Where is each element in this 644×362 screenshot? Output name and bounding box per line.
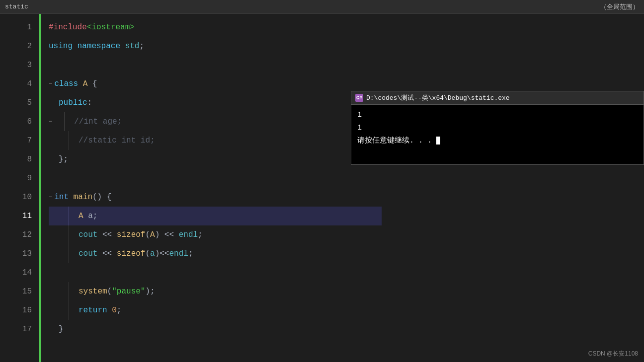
code-line-12: cout << sizeof(A) << endl; [49,225,644,244]
code-line-15: system("pause"); [49,282,644,301]
code-line-2: using namespace std; [49,37,644,56]
fold-icon-10[interactable]: − [49,188,52,207]
line-num-3: 3 [0,56,39,74]
code-line-11: A a; [49,207,382,225]
code-token: ( [145,244,150,263]
code-token: ; [117,301,122,320]
line-num-9: 9 [0,169,39,188]
terminal-content: 1 1 请按任意键继续. . . [351,105,644,164]
code-token: ( [107,282,112,301]
code-token: a [150,244,155,263]
code-line-3 [49,56,644,74]
code-token: std [125,37,140,56]
line-num-16: 16 [0,301,39,320]
code-token: { [92,74,97,93]
code-token: << [102,225,117,244]
line-num-13: 13 [0,244,39,263]
code-token: cout [79,225,102,244]
code-token: () { [92,188,111,207]
code-token: ; [139,37,144,56]
code-token: sizeof [117,225,146,244]
code-content: #include<iostream> using namespace std; … [39,14,644,362]
line-num-6: 6 [0,112,39,131]
line-num-10: 10 [0,188,39,207]
editor-container: static （全局范围） 1 2 3 4 5 6 7 8 9 10 11 12… [0,0,644,362]
code-area: 1 2 3 4 5 6 7 8 9 10 11 12 13 14 15 16 1… [0,14,644,362]
code-token: //int age; [74,112,122,131]
code-token: sizeof [117,244,146,263]
code-token: class [54,74,83,93]
line-num-2: 2 [0,37,39,56]
code-token: public [59,93,87,112]
line-num-1: 1 [0,18,39,37]
code-token: ; [198,225,203,244]
line-numbers: 1 2 3 4 5 6 7 8 9 10 11 12 13 14 15 16 1… [0,14,39,362]
code-line-1: #include<iostream> [49,18,644,37]
code-token: int [54,188,73,207]
terminal-output-1: 1 [357,109,638,122]
code-token: #include [49,18,87,37]
line-num-14: 14 [0,263,39,282]
code-token: ; [188,244,193,263]
code-token: "pause" [112,282,145,301]
code-token: } [59,320,64,339]
code-token: )<< [155,244,169,263]
terminal-title: D:\codes\测试--类\x64\Debug\static.exe [366,93,510,102]
code-token: A [79,207,88,225]
top-bar-title: static [5,3,28,10]
line-num-7: 7 [0,131,39,150]
code-token: ( [145,225,150,244]
code-token: endl [169,244,188,263]
code-token: A [150,225,155,244]
code-token: << [102,244,117,263]
line-num-8: 8 [0,150,39,169]
line-num-5: 5 [0,93,39,112]
watermark: CSDN @长安1108 [588,350,638,358]
code-token: a; [88,207,97,225]
line-num-12: 12 [0,225,39,244]
terminal-titlebar: C# D:\codes\测试--类\x64\Debug\static.exe [351,91,644,105]
code-token: //static int id; [79,131,155,150]
fold-icon-4[interactable]: − [49,74,52,93]
code-line-16: return 0; [49,301,644,320]
code-token: return [79,301,112,320]
fold-icon-6[interactable]: − [49,112,52,131]
code-line-10: −int main() { [49,188,644,207]
code-line-14 [49,263,644,282]
code-token: ); [145,282,155,301]
terminal-output-3: 请按任意键继续. . . [357,135,638,147]
top-bar-scope: （全局范围） [600,2,639,11]
code-token: <iostream> [87,18,135,37]
code-token: main [74,188,92,207]
code-token: A [83,74,92,93]
code-line-13: cout << sizeof(a)<<endl; [49,244,644,263]
code-token: system [79,282,107,301]
line-num-15: 15 [0,282,39,301]
code-line-17: } [49,320,644,339]
terminal-cursor [436,137,440,145]
code-token: cout [79,244,102,263]
line-num-4: 4 [0,74,39,93]
top-bar: static （全局范围） [0,0,644,14]
code-token: using namespace [49,37,125,56]
terminal-output-2: 1 [357,122,638,135]
code-token: endl [179,225,198,244]
terminal-icon: C# [355,94,363,102]
code-token: ) << [155,225,179,244]
line-num-17: 17 [0,320,39,339]
code-token: }; [59,150,68,169]
line-num-11: 11 [0,207,39,225]
code-line-9 [49,169,644,188]
code-token: : [87,93,92,112]
code-token: 0 [112,301,117,320]
terminal-window[interactable]: C# D:\codes\测试--类\x64\Debug\static.exe 1… [351,91,644,165]
